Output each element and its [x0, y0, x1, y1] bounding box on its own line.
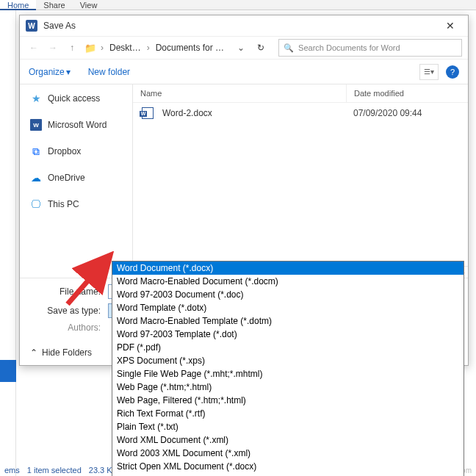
- column-date[interactable]: Date modified: [346, 84, 468, 102]
- refresh-button[interactable]: ↻: [252, 43, 270, 53]
- chevron-down-icon: ▾: [66, 67, 71, 77]
- back-button[interactable]: ←: [26, 40, 42, 56]
- type-option[interactable]: Word XML Document (*.xml): [112, 433, 464, 447]
- ribbon-tab-home[interactable]: Home: [0, 0, 36, 10]
- file-name-label: File name:: [29, 286, 108, 297]
- search-icon: 🔍: [284, 43, 294, 53]
- up-button[interactable]: ↑: [64, 40, 80, 56]
- word-app-icon: W: [26, 20, 37, 32]
- sidebar-item-quick-access[interactable]: ★ Quick access: [20, 89, 132, 108]
- search-placeholder: Search Documents for Word: [298, 43, 400, 52]
- sidebar-item-label: Microsoft Word: [48, 120, 107, 130]
- address-bar: ← → ↑ 📁 › Deskt… › Documents for … ⌄ ↻ 🔍…: [20, 36, 468, 60]
- status-items: ems: [4, 466, 20, 475]
- ribbon-tab-share[interactable]: Share: [36, 0, 72, 10]
- type-option[interactable]: PDF (*.pdf): [112, 341, 464, 354]
- sidebar-item-label: This PC: [48, 199, 79, 209]
- file-row[interactable]: Word-2.docx 07/09/2020 09:44: [133, 103, 468, 123]
- docx-icon: [140, 107, 155, 119]
- type-option[interactable]: Rich Text Format (*.rtf): [112, 407, 464, 420]
- column-name[interactable]: Name: [133, 84, 346, 102]
- explorer-sidebar-bg: [0, 10, 16, 476]
- status-selected: 1 item selected: [27, 466, 82, 475]
- type-option[interactable]: Web Page (*.htm;*.html): [112, 381, 464, 394]
- sidebar-item-label: OneDrive: [48, 173, 85, 183]
- titlebar: W Save As ✕: [20, 15, 468, 36]
- type-option[interactable]: OpenDocument Text (*.odt): [112, 473, 464, 476]
- view-options-button[interactable]: ☰▾: [419, 64, 439, 80]
- help-button[interactable]: ?: [446, 65, 459, 79]
- type-option[interactable]: Word 97-2003 Template (*.dot): [112, 328, 464, 341]
- file-list[interactable]: Word-2.docx 07/09/2020 09:44: [133, 103, 468, 266]
- search-input[interactable]: 🔍 Search Documents for Word: [278, 39, 462, 57]
- organize-menu[interactable]: Organize▾: [29, 67, 71, 77]
- explorer-selection-bg: [0, 360, 16, 382]
- authors-label: Authors:: [29, 322, 108, 333]
- cloud-icon: ☁: [30, 172, 42, 184]
- breadcrumb-item[interactable]: Deskt…: [107, 41, 144, 54]
- sidebar-item-word[interactable]: W Microsoft Word: [20, 115, 132, 134]
- type-option[interactable]: Strict Open XML Document (*.docx): [112, 460, 464, 473]
- type-option[interactable]: Single File Web Page (*.mht;*.mhtml): [112, 367, 464, 381]
- type-option[interactable]: Plain Text (*.txt): [112, 420, 464, 433]
- sidebar-item-this-pc[interactable]: 🖵 This PC: [20, 195, 132, 214]
- folder-icon: 📁: [84, 43, 96, 54]
- breadcrumb-dropdown[interactable]: ⌄: [233, 43, 249, 53]
- type-option[interactable]: Word 97-2003 Document (*.doc): [112, 288, 464, 301]
- chevron-up-icon: ⌃: [30, 347, 37, 358]
- type-option[interactable]: XPS Document (*.xps): [112, 354, 464, 367]
- type-option[interactable]: Web Page, Filtered (*.htm;*.html): [112, 394, 464, 407]
- type-option[interactable]: Word Template (*.dotx): [112, 301, 464, 314]
- type-option[interactable]: Word 2003 XML Document (*.xml): [112, 447, 464, 460]
- save-type-dropdown[interactable]: Word Document (*.docx)Word Macro-Enabled…: [112, 261, 464, 476]
- type-option[interactable]: Word Document (*.docx): [112, 262, 464, 275]
- breadcrumb-sep: ›: [147, 43, 150, 53]
- breadcrumb-sep: ›: [101, 43, 104, 53]
- close-button[interactable]: ✕: [439, 20, 462, 32]
- ribbon-tab-view[interactable]: View: [73, 0, 105, 10]
- sidebar-item-onedrive[interactable]: ☁ OneDrive: [20, 168, 132, 187]
- type-option[interactable]: Word Macro-Enabled Document (*.docm): [112, 275, 464, 288]
- file-date: 07/09/2020 09:44: [353, 108, 422, 118]
- column-headers: Name Date modified: [133, 84, 468, 103]
- file-name: Word-2.docx: [162, 108, 353, 118]
- word-icon: W: [30, 119, 42, 131]
- nav-sidebar: ★ Quick access W Microsoft Word ⧉ Dropbo…: [20, 84, 133, 278]
- new-folder-button[interactable]: New folder: [88, 67, 130, 77]
- star-icon: ★: [30, 93, 42, 104]
- save-as-type-label: Save as type:: [29, 306, 108, 316]
- ribbon: Home Share View: [0, 0, 476, 10]
- file-list-area: Name Date modified Word-2.docx 07/09/202…: [133, 84, 468, 278]
- sidebar-item-dropbox[interactable]: ⧉ Dropbox: [20, 142, 132, 161]
- forward-button[interactable]: →: [45, 40, 61, 56]
- dialog-title: Save As: [43, 21, 439, 31]
- type-option[interactable]: Word Macro-Enabled Template (*.dotm): [112, 314, 464, 328]
- hide-folders-button[interactable]: ⌃ Hide Folders: [30, 347, 92, 358]
- dialog-body: ★ Quick access W Microsoft Word ⧉ Dropbo…: [20, 84, 468, 278]
- breadcrumb-item[interactable]: Documents for …: [153, 41, 227, 54]
- sidebar-item-label: Quick access: [48, 93, 100, 104]
- dropbox-icon: ⧉: [30, 145, 42, 157]
- monitor-icon: 🖵: [30, 198, 42, 210]
- sidebar-item-label: Dropbox: [48, 146, 81, 156]
- toolbar: Organize▾ New folder ☰▾ ?: [20, 60, 468, 84]
